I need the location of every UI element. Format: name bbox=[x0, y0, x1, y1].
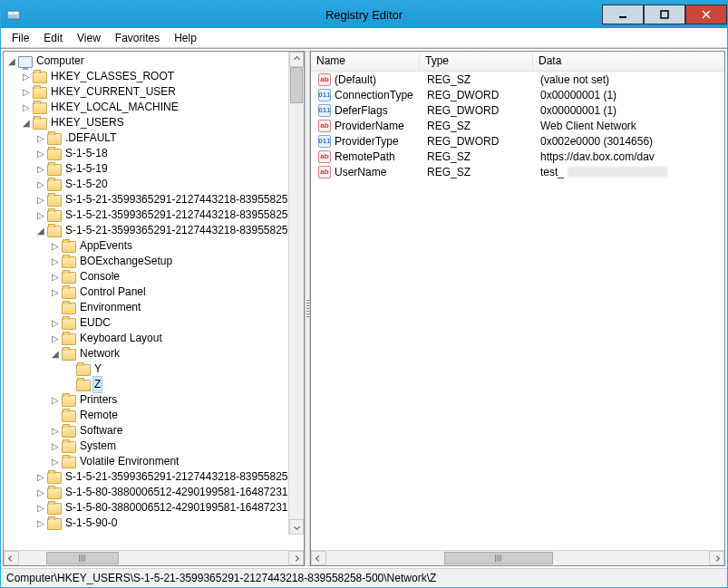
tree-item[interactable]: ▷S-1-5-80-3880006512-4290199581-16487231… bbox=[4, 485, 304, 500]
tree-item[interactable]: ▷S-1-5-19 bbox=[4, 161, 304, 177]
collapse-icon[interactable]: ◢ bbox=[34, 223, 47, 238]
expand-icon[interactable]: ▷ bbox=[20, 69, 33, 84]
titlebar: Registry Editor bbox=[1, 1, 727, 28]
menu-view[interactable]: View bbox=[70, 30, 108, 46]
value-data: 0x00000001 (1) bbox=[540, 104, 616, 117]
expand-icon[interactable]: ▷ bbox=[34, 207, 47, 223]
tree-item[interactable]: ▷Software bbox=[4, 423, 304, 439]
list-body[interactable]: ab(Default)REG_SZ(value not set)011Conne… bbox=[311, 72, 724, 550]
tree-item[interactable]: ▷Keyboard Layout bbox=[4, 331, 304, 346]
value-name: UserName bbox=[335, 166, 386, 178]
tree-hkcr[interactable]: ▷HKEY_CLASSES_ROOT bbox=[4, 69, 304, 84]
collapse-icon[interactable]: ◢ bbox=[49, 346, 62, 361]
tree-item[interactable]: ◢S-1-5-21-3599365291-2127443218-83955825… bbox=[4, 223, 304, 238]
tree-item[interactable]: ▷Volatile Environment bbox=[4, 454, 304, 469]
expand-icon[interactable]: ▷ bbox=[49, 269, 62, 284]
expand-icon[interactable]: ▷ bbox=[34, 161, 47, 177]
expand-icon[interactable]: ▷ bbox=[34, 485, 47, 500]
tree-item[interactable]: ▷Console bbox=[4, 269, 304, 284]
tree-item[interactable]: ▷Printers bbox=[4, 392, 304, 408]
scroll-left-button[interactable] bbox=[4, 551, 19, 565]
tree-hkcu[interactable]: ▷HKEY_CURRENT_USER bbox=[4, 84, 304, 100]
tree-item-y[interactable]: Y bbox=[4, 361, 304, 377]
expand-icon[interactable]: ▷ bbox=[34, 500, 47, 516]
scroll-left-button[interactable] bbox=[311, 551, 326, 565]
col-name[interactable]: Name bbox=[311, 52, 420, 71]
minimize-button[interactable] bbox=[602, 5, 644, 24]
expand-icon[interactable]: ▷ bbox=[49, 315, 62, 331]
tree-item[interactable]: ▷AppEvents bbox=[4, 238, 304, 254]
menu-file[interactable]: File bbox=[5, 30, 36, 46]
tree-item[interactable]: ▷S-1-5-21-3599365291-2127443218-83955825… bbox=[4, 192, 304, 207]
list-row[interactable]: 011DeferFlagsREG_DWORD0x00000001 (1) bbox=[311, 102, 724, 118]
registry-tree[interactable]: ◢Computer ▷HKEY_CLASSES_ROOT ▷HKEY_CURRE… bbox=[4, 52, 304, 533]
expand-icon[interactable]: ▷ bbox=[49, 284, 62, 300]
tree-hklm[interactable]: ▷HKEY_LOCAL_MACHINE bbox=[4, 100, 304, 115]
computer-icon bbox=[18, 56, 33, 68]
expand-icon[interactable]: ▷ bbox=[49, 392, 62, 408]
expand-icon[interactable]: ▷ bbox=[20, 100, 33, 115]
tree-item[interactable]: ▷System bbox=[4, 439, 304, 454]
tree-item[interactable]: ▷S-1-5-21-3599365291-2127443218-83955825… bbox=[4, 207, 304, 223]
tree-vertical-scrollbar[interactable] bbox=[288, 52, 304, 535]
list-row[interactable]: abUserNameREG_SZtest_ bbox=[311, 164, 724, 179]
tree-item[interactable]: ▷EUDC bbox=[4, 315, 304, 331]
expand-icon[interactable]: ▷ bbox=[34, 146, 47, 161]
list-row[interactable]: abRemotePathREG_SZhttps://dav.box.com/da… bbox=[311, 149, 724, 164]
expand-icon[interactable]: ▷ bbox=[34, 469, 47, 485]
tree-item-z-selected[interactable]: Z bbox=[4, 377, 304, 392]
menu-help[interactable]: Help bbox=[167, 30, 204, 46]
expand-icon[interactable]: ▷ bbox=[49, 331, 62, 346]
scroll-down-button[interactable] bbox=[289, 519, 304, 535]
expand-icon[interactable]: ▷ bbox=[34, 130, 47, 146]
list-row[interactable]: 011ProviderTypeREG_DWORD0x002e0000 (3014… bbox=[311, 133, 724, 149]
tree-hku[interactable]: ◢HKEY_USERS bbox=[4, 115, 304, 130]
list-row[interactable]: abProviderNameREG_SZWeb Client Network bbox=[311, 118, 724, 133]
tree-item[interactable]: Remote bbox=[4, 408, 304, 423]
collapse-icon[interactable]: ◢ bbox=[20, 115, 33, 130]
list-horizontal-scrollbar[interactable] bbox=[311, 550, 724, 565]
col-type[interactable]: Type bbox=[420, 52, 533, 71]
tree-item[interactable]: ▷S-1-5-80-3880006512-4290199581-16487231… bbox=[4, 500, 304, 516]
tree-item[interactable]: ▷S-1-5-18 bbox=[4, 146, 304, 161]
scroll-up-button[interactable] bbox=[289, 52, 304, 67]
expand-icon[interactable]: ▷ bbox=[49, 439, 62, 454]
maximize-button[interactable] bbox=[644, 5, 685, 24]
scroll-track[interactable] bbox=[289, 67, 304, 519]
tree-item[interactable]: ◢Network bbox=[4, 346, 304, 361]
scroll-right-button[interactable] bbox=[288, 551, 304, 565]
expand-icon[interactable]: ▷ bbox=[20, 84, 33, 100]
value-name: ConnectionType bbox=[335, 89, 413, 101]
list-row[interactable]: 011ConnectionTypeREG_DWORD0x00000001 (1) bbox=[311, 87, 724, 102]
expand-icon[interactable]: ▷ bbox=[34, 516, 47, 531]
scroll-thumb[interactable] bbox=[46, 552, 119, 564]
scroll-right-button[interactable] bbox=[709, 551, 724, 565]
scroll-thumb[interactable] bbox=[290, 67, 303, 103]
tree-item[interactable]: ▷S-1-5-21-3599365291-2127443218-83955825… bbox=[4, 469, 304, 485]
col-data[interactable]: Data bbox=[533, 52, 724, 71]
scroll-track[interactable] bbox=[326, 551, 709, 565]
tree-item[interactable]: Environment bbox=[4, 300, 304, 315]
tree-item[interactable]: ▷S-1-5-20 bbox=[4, 177, 304, 192]
list-row[interactable]: ab(Default)REG_SZ(value not set) bbox=[311, 72, 724, 87]
expand-icon[interactable]: ▷ bbox=[49, 238, 62, 254]
collapse-icon[interactable]: ◢ bbox=[5, 53, 18, 69]
expand-icon[interactable]: ▷ bbox=[34, 177, 47, 192]
expand-icon[interactable]: ▷ bbox=[49, 423, 62, 439]
scroll-track[interactable] bbox=[19, 551, 288, 565]
tree-item[interactable]: ▷S-1-5-90-0 bbox=[4, 516, 304, 531]
expand-icon[interactable]: ▷ bbox=[34, 192, 47, 207]
scroll-thumb[interactable] bbox=[444, 552, 553, 564]
tree-item[interactable]: ▷BOExchangeSetup bbox=[4, 254, 304, 269]
menu-edit[interactable]: Edit bbox=[36, 30, 70, 46]
value-data: (value not set) bbox=[540, 73, 609, 86]
tree-horizontal-scrollbar[interactable] bbox=[4, 550, 304, 565]
folder-icon bbox=[47, 518, 62, 530]
close-button[interactable] bbox=[685, 5, 727, 24]
expand-icon[interactable]: ▷ bbox=[49, 454, 62, 469]
menu-favorites[interactable]: Favorites bbox=[108, 30, 167, 46]
tree-item[interactable]: ▷.DEFAULT bbox=[4, 130, 304, 146]
tree-item[interactable]: ▷Control Panel bbox=[4, 284, 304, 300]
expand-icon[interactable]: ▷ bbox=[49, 254, 62, 269]
tree-root[interactable]: ◢Computer bbox=[4, 53, 304, 69]
